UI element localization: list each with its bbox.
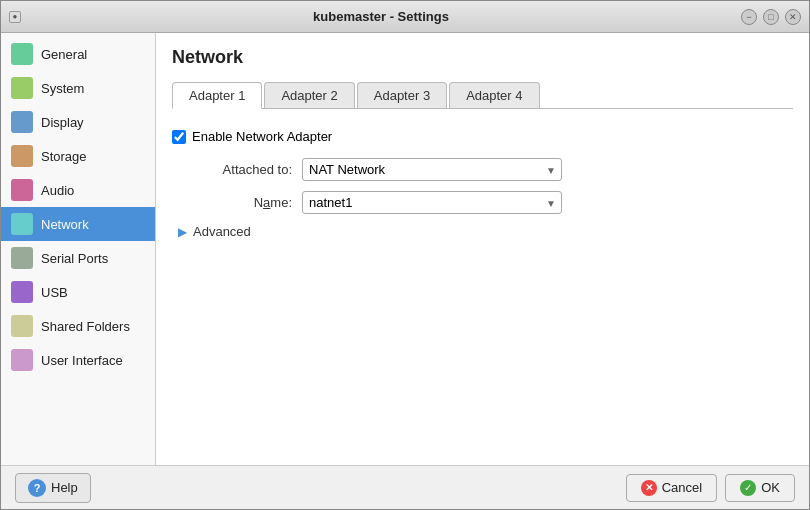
sidebar-label-display: Display — [41, 115, 84, 130]
window-close-button[interactable]: ● — [9, 11, 21, 23]
window-body: General System Display Storage Audio Net… — [1, 33, 809, 465]
sidebar-item-display[interactable]: Display — [1, 105, 155, 139]
storage-icon — [11, 145, 33, 167]
close-button[interactable]: ✕ — [785, 9, 801, 25]
sidebar-item-storage[interactable]: Storage — [1, 139, 155, 173]
audio-icon — [11, 179, 33, 201]
sidebar-label-audio: Audio — [41, 183, 74, 198]
page-title: Network — [172, 47, 793, 68]
minimize-icon: − — [746, 12, 751, 22]
cancel-button[interactable]: ✕ Cancel — [626, 474, 717, 502]
minimize-button[interactable]: − — [741, 9, 757, 25]
ok-label: OK — [761, 480, 780, 495]
sidebar-label-serial-ports: Serial Ports — [41, 251, 108, 266]
name-wrapper: natnet1 ▼ — [302, 191, 562, 214]
enable-network-label: Enable Network Adapter — [192, 129, 332, 144]
tab-adapter2[interactable]: Adapter 2 — [264, 82, 354, 108]
attached-to-label: Attached to: — [172, 162, 302, 177]
attached-to-wrapper: NAT Network NAT Bridged Adapter Internal… — [302, 158, 562, 181]
general-icon — [11, 43, 33, 65]
close-icon: ✕ — [789, 12, 797, 22]
advanced-label: Advanced — [193, 224, 251, 239]
system-icon — [11, 77, 33, 99]
ok-button[interactable]: ✓ OK — [725, 474, 795, 502]
network-icon — [11, 213, 33, 235]
sidebar-item-user-interface[interactable]: User Interface — [1, 343, 155, 377]
attached-to-row: Attached to: NAT Network NAT Bridged Ada… — [172, 158, 793, 181]
enable-network-checkbox[interactable] — [172, 130, 186, 144]
tab-adapter1[interactable]: Adapter 1 — [172, 82, 262, 109]
sidebar: General System Display Storage Audio Net… — [1, 33, 156, 465]
enable-network-row: Enable Network Adapter — [172, 129, 793, 144]
attached-to-select[interactable]: NAT Network NAT Bridged Adapter Internal… — [302, 158, 562, 181]
name-row: Name: natnet1 ▼ — [172, 191, 793, 214]
titlebar-controls: − □ ✕ — [741, 9, 801, 25]
adapter-tabs: Adapter 1 Adapter 2 Adapter 3 Adapter 4 — [172, 82, 793, 109]
main-content: Network Adapter 1 Adapter 2 Adapter 3 Ad… — [156, 33, 809, 465]
sidebar-label-storage: Storage — [41, 149, 87, 164]
serial-ports-icon — [11, 247, 33, 269]
advanced-expand-icon: ▶ — [178, 225, 187, 239]
sidebar-item-network[interactable]: Network — [1, 207, 155, 241]
sidebar-label-shared-folders: Shared Folders — [41, 319, 130, 334]
sidebar-item-serial-ports[interactable]: Serial Ports — [1, 241, 155, 275]
maximize-icon: □ — [768, 12, 773, 22]
attached-to-underline: A — [223, 162, 232, 177]
usb-icon — [11, 281, 33, 303]
display-icon — [11, 111, 33, 133]
sidebar-label-network: Network — [41, 217, 89, 232]
tab-adapter3[interactable]: Adapter 3 — [357, 82, 447, 108]
name-label: Name: — [172, 195, 302, 210]
cancel-label: Cancel — [662, 480, 702, 495]
window-title: kubemaster - Settings — [21, 9, 741, 24]
ok-icon: ✓ — [740, 480, 756, 496]
settings-window: ● kubemaster - Settings − □ ✕ General — [0, 0, 810, 510]
sidebar-item-usb[interactable]: USB — [1, 275, 155, 309]
titlebar: ● kubemaster - Settings − □ ✕ — [1, 1, 809, 33]
cancel-icon: ✕ — [641, 480, 657, 496]
help-label: Help — [51, 480, 78, 495]
tab-adapter4[interactable]: Adapter 4 — [449, 82, 539, 108]
settings-body: Enable Network Adapter Attached to: NAT … — [172, 123, 793, 245]
sidebar-label-user-interface: User Interface — [41, 353, 123, 368]
sidebar-item-system[interactable]: System — [1, 71, 155, 105]
sidebar-label-general: General — [41, 47, 87, 62]
sidebar-item-shared-folders[interactable]: Shared Folders — [1, 309, 155, 343]
action-buttons: ✕ Cancel ✓ OK — [626, 474, 795, 502]
help-button[interactable]: ? Help — [15, 473, 91, 503]
shared-folders-icon — [11, 315, 33, 337]
sidebar-item-general[interactable]: General — [1, 37, 155, 71]
sidebar-label-system: System — [41, 81, 84, 96]
user-interface-icon — [11, 349, 33, 371]
help-icon: ? — [28, 479, 46, 497]
maximize-button[interactable]: □ — [763, 9, 779, 25]
sidebar-label-usb: USB — [41, 285, 68, 300]
close-dot-icon: ● — [13, 12, 18, 21]
advanced-row[interactable]: ▶ Advanced — [172, 224, 793, 239]
name-select[interactable]: natnet1 — [302, 191, 562, 214]
sidebar-item-audio[interactable]: Audio — [1, 173, 155, 207]
bottom-bar: ? Help ✕ Cancel ✓ OK — [1, 465, 809, 509]
